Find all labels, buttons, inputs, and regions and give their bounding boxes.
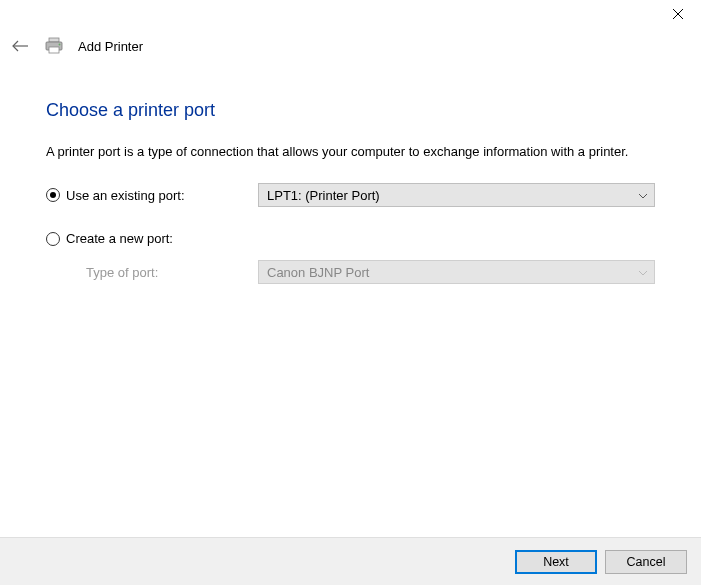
chevron-down-icon	[638, 267, 648, 278]
header: Add Printer	[0, 32, 701, 60]
close-icon	[672, 7, 684, 23]
radio-existing-icon	[46, 188, 60, 202]
wizard-title: Add Printer	[78, 39, 143, 54]
printer-icon	[44, 36, 64, 56]
chevron-down-icon	[638, 190, 648, 201]
page-description: A printer port is a type of connection t…	[46, 143, 655, 161]
content-area: Choose a printer port A printer port is …	[0, 60, 701, 537]
radio-existing-port[interactable]: Use an existing port:	[46, 188, 258, 203]
type-of-port-label: Type of port:	[46, 265, 258, 280]
existing-port-select[interactable]: LPT1: (Printer Port)	[258, 183, 655, 207]
page-heading: Choose a printer port	[46, 100, 655, 121]
existing-port-value: LPT1: (Printer Port)	[267, 188, 380, 203]
titlebar	[0, 0, 701, 32]
svg-rect-3	[49, 38, 59, 42]
add-printer-wizard: Add Printer Choose a printer port A prin…	[0, 0, 701, 585]
type-of-port-select: Canon BJNP Port	[258, 260, 655, 284]
svg-point-6	[59, 44, 61, 46]
next-button[interactable]: Next	[515, 550, 597, 574]
option-create-port-row: Create a new port:	[46, 231, 655, 246]
cancel-button[interactable]: Cancel	[605, 550, 687, 574]
svg-rect-5	[49, 47, 59, 53]
cancel-button-label: Cancel	[627, 555, 666, 569]
back-arrow-icon	[11, 39, 29, 53]
back-button[interactable]	[10, 36, 30, 56]
radio-create-port[interactable]: Create a new port:	[46, 231, 258, 246]
option-existing-port-row: Use an existing port: LPT1: (Printer Por…	[46, 183, 655, 207]
type-of-port-value: Canon BJNP Port	[267, 265, 369, 280]
close-button[interactable]	[655, 0, 701, 30]
radio-create-icon	[46, 232, 60, 246]
type-of-port-row: Type of port: Canon BJNP Port	[46, 260, 655, 284]
radio-create-label: Create a new port:	[66, 231, 173, 246]
radio-existing-label: Use an existing port:	[66, 188, 185, 203]
next-button-label: Next	[543, 555, 569, 569]
footer: Next Cancel	[0, 537, 701, 585]
